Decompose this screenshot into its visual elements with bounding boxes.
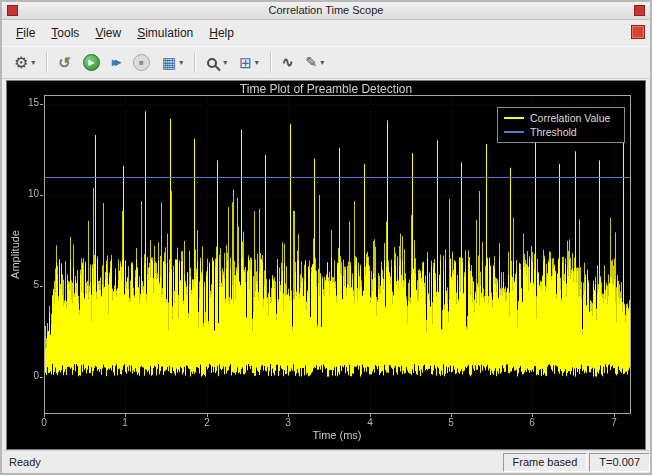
x-tick-label: 4	[358, 417, 382, 428]
menubar: File Tools View Simulation Help	[2, 20, 650, 46]
toolbar: ⚙ ▾ ↺ ▶ ▸▸ ■ ▦ ▾ ▾ ⊞ ▾ ∿	[2, 46, 650, 79]
legend-item-threshold: Threshold	[504, 125, 618, 139]
layout-button[interactable]: ▦ ▾	[157, 51, 188, 75]
x-tick-label: 5	[439, 417, 463, 428]
sim-time-indicator: T=0.007	[589, 453, 650, 472]
x-tick-label: 0	[32, 417, 56, 428]
frame-mode-indicator: Frame based	[503, 453, 588, 472]
scope-plot-panel: Time Plot of Preamble Detection 15 10 5 …	[6, 80, 646, 450]
toolbar-separator	[270, 53, 271, 73]
gear-icon: ⚙	[14, 55, 28, 70]
chevron-down-icon: ▾	[320, 58, 324, 67]
x-tick-label: 6	[520, 417, 544, 428]
legend[interactable]: Correlation Value Threshold	[497, 107, 625, 143]
chevron-down-icon: ▾	[255, 58, 259, 67]
fit-to-view-icon: ⊞	[239, 55, 252, 70]
step-forward-icon: ▸▸	[112, 55, 121, 70]
status-message: Ready	[2, 456, 41, 468]
stop-icon: ■	[133, 54, 150, 71]
menu-simulation[interactable]: Simulation	[129, 23, 201, 43]
cursor-measurements-button[interactable]: ∿	[277, 51, 299, 75]
legend-swatch-correlation	[504, 117, 524, 119]
menu-tools[interactable]: Tools	[43, 23, 87, 43]
legend-label: Threshold	[530, 126, 577, 138]
legend-item-correlation: Correlation Value	[504, 111, 618, 125]
chevron-down-icon: ▾	[179, 58, 183, 67]
cursor-measurements-icon: ∿	[282, 55, 294, 70]
fit-to-view-button[interactable]: ⊞ ▾	[234, 51, 264, 75]
settings-button[interactable]: ⚙ ▾	[9, 51, 40, 75]
signal-measurements-icon: ✎	[306, 55, 318, 70]
rewind-icon: ↺	[58, 55, 71, 70]
close-button[interactable]	[631, 25, 645, 39]
zoom-icon	[207, 58, 217, 68]
menu-help[interactable]: Help	[201, 23, 242, 43]
titlebar-close-button[interactable]	[634, 5, 645, 16]
legend-label: Correlation Value	[530, 112, 610, 124]
statusbar: Ready Frame based T=0.007	[2, 450, 650, 473]
run-button[interactable]: ▶	[78, 51, 105, 75]
status-right-panels: Frame based T=0.007	[501, 453, 650, 472]
x-axis-label: Time (ms)	[44, 429, 630, 441]
y-axis-label-wrap: Amplitude	[7, 95, 22, 413]
x-tick-label: 7	[602, 417, 626, 428]
scope-window: Correlation Time Scope File Tools View S…	[0, 0, 652, 475]
toolbar-separator	[194, 53, 195, 73]
chevron-down-icon: ▾	[31, 58, 35, 67]
menu-view[interactable]: View	[87, 23, 129, 43]
window-title: Correlation Time Scope	[2, 4, 650, 16]
stop-button[interactable]: ■	[128, 51, 155, 75]
plot-title: Time Plot of Preamble Detection	[7, 82, 645, 96]
layout-icon: ▦	[162, 55, 176, 70]
signal-measurements-button[interactable]: ✎ ▾	[301, 51, 330, 75]
chevron-down-icon: ▾	[223, 58, 227, 67]
step-forward-button[interactable]: ▸▸	[107, 51, 126, 75]
zoom-button[interactable]: ▾	[201, 51, 232, 75]
rewind-button[interactable]: ↺	[53, 51, 76, 75]
menu-file[interactable]: File	[8, 23, 43, 43]
y-axis-label: Amplitude	[9, 230, 21, 279]
titlebar[interactable]: Correlation Time Scope	[2, 2, 650, 20]
legend-swatch-threshold	[504, 131, 524, 133]
toolbar-separator	[46, 53, 47, 73]
x-tick-label: 3	[276, 417, 300, 428]
x-tick-label: 2	[195, 417, 219, 428]
run-icon: ▶	[83, 54, 100, 71]
x-tick-label: 1	[113, 417, 137, 428]
